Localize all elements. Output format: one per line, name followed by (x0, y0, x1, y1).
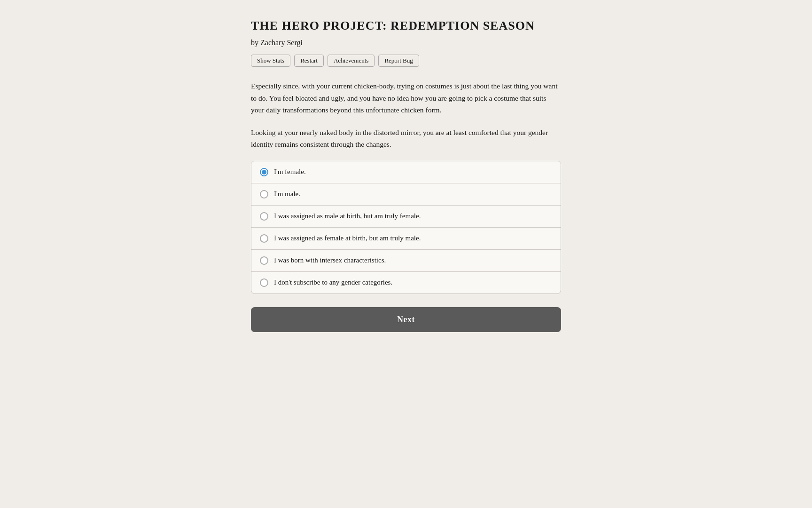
page-container: THE HERO PROJECT: REDEMPTION SEASON by Z… (242, 0, 570, 508)
radio-circle (260, 234, 268, 243)
report-bug-button[interactable]: Report Bug (378, 55, 419, 67)
choice-label: I was assigned as female at birth, but a… (274, 234, 421, 242)
choice-label: I'm male. (274, 190, 300, 198)
game-title: THE HERO PROJECT: REDEMPTION SEASON (251, 19, 561, 33)
choice-label: I was assigned as male at birth, but am … (274, 212, 421, 220)
radio-circle (260, 256, 268, 265)
choice-item[interactable]: I'm female. (251, 161, 561, 183)
game-author: by Zachary Sergi (251, 39, 561, 47)
choice-item[interactable]: I'm male. (251, 183, 561, 206)
story-paragraph-2: Looking at your nearly naked body in the… (251, 127, 561, 151)
choices-container: I'm female.I'm male.I was assigned as ma… (251, 161, 561, 294)
choice-item[interactable]: I was assigned as male at birth, but am … (251, 206, 561, 228)
story-paragraph-1: Especially since, with your current chic… (251, 80, 561, 116)
restart-button[interactable]: Restart (294, 55, 324, 67)
choice-label: I'm female. (274, 168, 306, 176)
choice-item[interactable]: I don't subscribe to any gender categori… (251, 272, 561, 294)
choice-label: I was born with intersex characteristics… (274, 256, 386, 264)
choice-label: I don't subscribe to any gender categori… (274, 278, 392, 286)
radio-circle (260, 168, 268, 176)
radio-circle (260, 278, 268, 287)
radio-circle (260, 190, 268, 198)
next-button[interactable]: Next (251, 307, 561, 332)
radio-circle (260, 212, 268, 221)
choice-item[interactable]: I was born with intersex characteristics… (251, 250, 561, 272)
toolbar: Show Stats Restart Achievements Report B… (251, 55, 561, 67)
achievements-button[interactable]: Achievements (328, 55, 375, 67)
choice-item[interactable]: I was assigned as female at birth, but a… (251, 228, 561, 250)
show-stats-button[interactable]: Show Stats (251, 55, 290, 67)
